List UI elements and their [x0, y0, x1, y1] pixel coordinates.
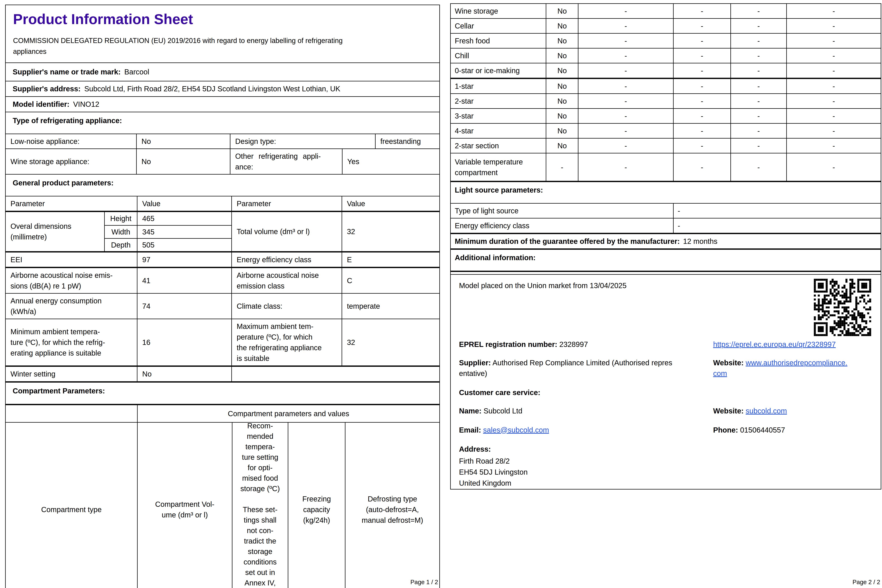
table-cell: - — [786, 79, 881, 93]
table-cell: - — [673, 94, 730, 108]
table-cell: - — [673, 19, 730, 33]
column-header: Parameter — [6, 196, 137, 211]
table-cell: No — [546, 124, 578, 138]
table-cell: - — [673, 204, 881, 218]
table-cell: Total volume (dm³ or l) — [231, 212, 342, 251]
table-cell: Airborne acoustical noise emis- sions (d… — [6, 268, 137, 293]
table-cell: Overal dimensions (millimetre) — [6, 212, 104, 251]
phone-label: Phone: — [713, 426, 738, 434]
table-cell: No — [136, 149, 230, 174]
table-cell: - — [730, 34, 786, 48]
table-cell: 345 — [137, 225, 231, 238]
table-cell: 2-star — [451, 94, 546, 108]
table-cell: - — [578, 124, 673, 138]
page1-footer: Page 1 / 2 — [5, 578, 438, 586]
phone-value: 01506440557 — [740, 426, 785, 434]
table-cell: - — [730, 94, 786, 108]
supplier-address-row: Supplier's address: Subcold Ltd, Firth R… — [6, 81, 440, 96]
table-cell: No — [546, 79, 578, 93]
table-cell: - — [730, 138, 786, 153]
table-cell: Other refrigerating appli- ance: — [230, 149, 342, 174]
column-header: Compartment Vol- ume (dm³ or l) — [137, 422, 232, 588]
table-row: Low-noise appliance: No Design type: fre… — [6, 134, 440, 148]
table-cell: C — [342, 268, 440, 293]
table-cell: Width — [104, 225, 137, 238]
general-table-header: Parameter Value Parameter Value — [6, 196, 440, 211]
care-phone: Phone: 01506440557 — [713, 424, 873, 435]
supplier-name-value: Barcool — [124, 66, 149, 77]
table-cell: - — [673, 63, 730, 78]
table-cell: - — [578, 34, 673, 48]
table-cell: - — [730, 79, 786, 93]
table-row: Type of light source - — [451, 203, 881, 218]
table-row: 0-star or ice-making No - - - - — [451, 63, 881, 78]
table-cell: - — [673, 138, 730, 153]
name-value: Subcold Ltd — [483, 407, 522, 415]
table-cell: Climate class: — [231, 294, 342, 319]
care-name: Name: Subcold Ltd — [459, 405, 713, 416]
table-cell: No — [546, 94, 578, 108]
table-cell: Wine storage appliance: — [6, 149, 136, 174]
table-cell — [6, 405, 137, 422]
table-cell: - — [578, 138, 673, 153]
table-cell: - — [786, 48, 881, 63]
type-section-header: Type of refrigerating appliance: — [6, 112, 440, 134]
table-cell: - — [578, 153, 673, 181]
document-canvas: Product Information Sheet COMMISSION DEL… — [0, 0, 882, 588]
model-identifier-label: Model identifier: — [13, 99, 69, 110]
table-cell: Minimum ambient tempera- ture (ºC), for … — [6, 319, 137, 366]
table-cell: 4-star — [451, 124, 546, 138]
column-header: Compartment parameters and values — [137, 405, 440, 422]
table-cell: No — [546, 138, 578, 153]
table-cell: freestanding — [375, 134, 440, 148]
table-cell: - — [673, 48, 730, 63]
website2-label: Website: — [713, 407, 744, 415]
eprel-card: Model placed on the Union market from 13… — [450, 274, 881, 489]
table-cell: - — [786, 94, 881, 108]
regulation-subtitle: COMMISSION DELEGATED REGULATION (EU) 201… — [13, 35, 432, 57]
care-email: Email: sales@subcold.com — [459, 424, 713, 435]
website2-link[interactable]: subcold.com — [746, 407, 787, 415]
table-row: 4-star No - - - - — [451, 123, 881, 138]
email-row: Email: sales@subcold.com Phone: 01506440… — [459, 424, 873, 435]
table-cell: Depth — [104, 238, 137, 251]
table-cell: - — [730, 4, 786, 18]
email-link[interactable]: sales@subcold.com — [483, 426, 549, 434]
table-cell: - — [578, 48, 673, 63]
column-header: Compartment type — [6, 422, 137, 588]
table-row: Wine storage appliance: No Other refrige… — [6, 148, 440, 174]
table-cell: - — [673, 219, 881, 233]
eprel-link[interactable]: https://eprel.ec.europa.eu/qr/2328997 — [713, 340, 836, 348]
page1-header: Product Information Sheet COMMISSION DEL… — [6, 5, 440, 63]
table-cell: Design type: — [230, 134, 375, 148]
table-cell: 74 — [137, 294, 231, 319]
table-cell: E — [342, 252, 440, 267]
table-row: Airborne acoustical noise emis- sions (d… — [6, 267, 440, 293]
name-row: Name: Subcold Ltd Website: subcold.com — [459, 405, 873, 416]
model-identifier-row: Model identifier: VINO12 — [6, 96, 440, 112]
table-cell: No — [546, 4, 578, 18]
table-row: 2-star section No - - - - — [451, 138, 881, 153]
table-row: Annual energy consumption (kWh/a) 74 Cli… — [6, 293, 440, 319]
guarantee-row: Minimum duration of the guarantee offere… — [451, 233, 881, 248]
table-cell: - — [730, 153, 786, 181]
general-section-header: General product parameters: — [6, 174, 440, 196]
column-header: Defrosting type (auto-defrost=A, manual … — [345, 422, 440, 588]
table-cell: Type of light source — [451, 204, 673, 218]
table-row: Minimum ambient tempera- ture (ºC), for … — [6, 319, 440, 366]
table-row: Energy efficiency class - — [451, 218, 881, 233]
website-label: Website: — [713, 358, 744, 367]
table-row: 1-star No - - - - — [451, 78, 881, 93]
eprel-row: EPREL registration number: 2328997 https… — [459, 339, 873, 350]
page-title: Product Information Sheet — [13, 11, 432, 27]
table-cell: - — [673, 4, 730, 18]
address-lines: Firth Road 28/2 EH54 5DJ Livingston Unit… — [459, 456, 873, 489]
table-cell: 32 — [342, 212, 440, 251]
table-row: Chill No - - - - — [451, 48, 881, 63]
supplier-address-label: Supplier's address: — [13, 83, 81, 94]
table-cell: - — [730, 63, 786, 78]
table-cell: 505 — [137, 238, 231, 251]
table-cell: - — [673, 79, 730, 93]
email-label: Email: — [459, 426, 481, 434]
table-cell: - — [786, 4, 881, 18]
